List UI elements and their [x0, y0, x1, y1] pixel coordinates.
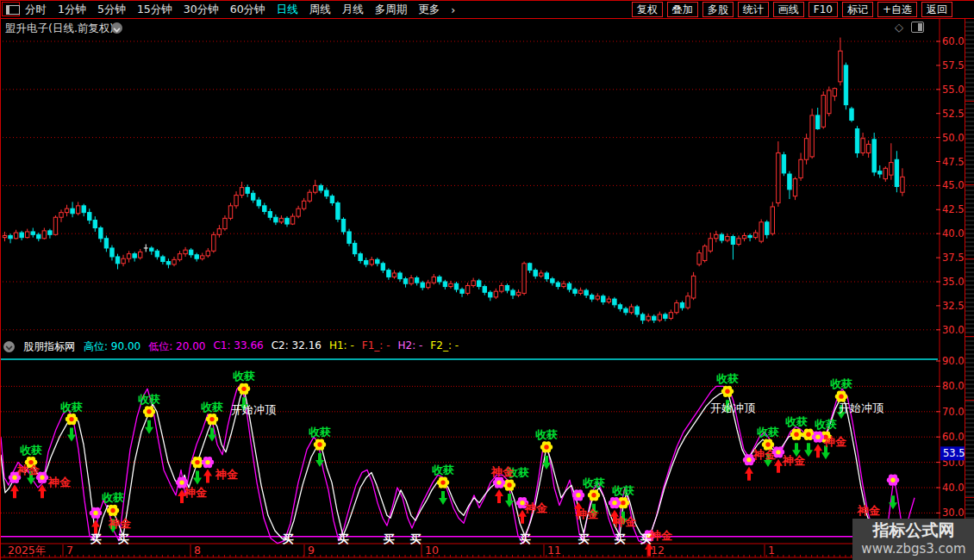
svg-text:收获: 收获 — [815, 418, 837, 431]
svg-text:收获: 收获 — [432, 464, 454, 476]
svg-text:收获: 收获 — [535, 428, 558, 441]
collapse-icon[interactable] — [3, 341, 15, 352]
svg-text:买: 买 — [578, 532, 590, 545]
svg-text:收获: 收获 — [309, 426, 331, 439]
svg-text:12: 12 — [651, 544, 665, 557]
svg-text:收获: 收获 — [20, 444, 42, 457]
svg-text:收获: 收获 — [60, 401, 83, 414]
svg-text:神金: 神金 — [184, 486, 208, 499]
svg-text:神金: 神金 — [649, 529, 673, 542]
indicator-name: 股朋指标网 — [23, 339, 75, 354]
indicator-param: H1: - — [329, 339, 354, 354]
svg-text:收获: 收获 — [201, 401, 223, 414]
svg-text:8: 8 — [194, 544, 201, 557]
svg-text:1: 1 — [768, 544, 775, 557]
svg-text:收获: 收获 — [785, 415, 808, 428]
svg-text:开始冲顶: 开始冲顶 — [839, 401, 884, 414]
svg-text:买: 买 — [410, 532, 421, 545]
indicator-param: F2_: - — [430, 339, 459, 354]
svg-text:神金: 神金 — [47, 476, 72, 488]
indicator-param: F1_: - — [362, 339, 390, 354]
svg-text:10: 10 — [425, 544, 439, 557]
svg-text:神金: 神金 — [524, 501, 548, 514]
svg-text:开始冲顶: 开始冲顶 — [231, 403, 277, 416]
indicator-param: 低位: 20.00 — [148, 339, 205, 354]
indicator-param: 高位: 90.00 — [84, 339, 140, 354]
svg-text:神金: 神金 — [215, 468, 239, 481]
svg-text:收获: 收获 — [757, 426, 779, 439]
right-sidebar[interactable] — [965, 19, 974, 560]
svg-text:11: 11 — [547, 544, 561, 557]
svg-text:买: 买 — [338, 532, 349, 545]
svg-text:神金: 神金 — [108, 517, 132, 530]
svg-text:买: 买 — [640, 532, 652, 545]
svg-text:神金: 神金 — [490, 465, 515, 478]
indicator-param: H2: - — [398, 339, 423, 354]
svg-text:收获: 收获 — [612, 484, 634, 497]
svg-text:神金: 神金 — [782, 454, 806, 467]
svg-text:收获: 收获 — [830, 377, 852, 390]
indicator-header: 股朋指标网 高位: 90.00低位: 20.00C1: 33.66C2: 32.… — [1, 339, 936, 354]
indicator-param: C2: 32.16 — [272, 339, 322, 354]
indicator-params: 高位: 90.00低位: 20.00C1: 33.66C2: 32.16H1: … — [84, 339, 459, 354]
svg-text:神金: 神金 — [823, 435, 847, 448]
chart-canvas: 60.0057.5055.0052.5050.0047.5045.0042.50… — [1, 1, 974, 560]
svg-text:开始冲顶: 开始冲顶 — [710, 401, 756, 414]
svg-text:神金: 神金 — [613, 515, 637, 528]
watermark-url: www.zbgs3.com — [852, 541, 974, 557]
svg-text:收获: 收获 — [583, 476, 605, 489]
svg-text:收获: 收获 — [102, 491, 124, 504]
svg-text:收获: 收获 — [233, 370, 255, 383]
watermark-title: 指标公式网 — [852, 519, 974, 541]
svg-text:收获: 收获 — [716, 372, 739, 385]
svg-text:买: 买 — [91, 532, 102, 545]
indicator-param: C1: 33.66 — [213, 339, 263, 354]
svg-text:买: 买 — [118, 532, 129, 545]
watermark: 指标公式网 www.zbgs3.com — [852, 519, 974, 560]
svg-text:买: 买 — [283, 532, 294, 545]
svg-text:神金: 神金 — [857, 504, 881, 517]
svg-text:神金: 神金 — [16, 464, 41, 476]
svg-text:神金: 神金 — [752, 448, 777, 461]
app-window: 分时1分钟5分钟15分钟30分钟60分钟日线周线月线多周期更多› 复权叠加多股统… — [0, 0, 974, 560]
svg-text:收获: 收获 — [138, 393, 160, 406]
svg-text:7: 7 — [66, 544, 73, 557]
svg-text:买: 买 — [384, 532, 395, 545]
svg-text:9: 9 — [308, 544, 315, 557]
svg-text:买: 买 — [615, 532, 626, 545]
svg-text:2025年: 2025年 — [8, 544, 46, 557]
svg-text:买: 买 — [520, 532, 531, 545]
